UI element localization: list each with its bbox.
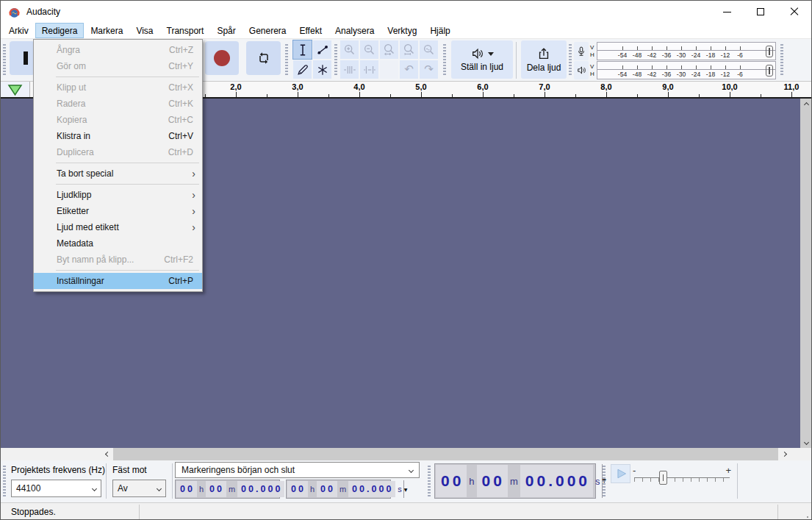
menu-item[interactable]: Metadata	[34, 235, 202, 252]
menubar-item[interactable]: Spår	[210, 23, 242, 38]
selection-tool-button[interactable]	[292, 40, 312, 60]
tools-toolbar	[292, 40, 332, 79]
record-button[interactable]	[205, 41, 239, 75]
menu-item[interactable]: Gör om Ctrl+Y	[34, 58, 202, 74]
project-rate-select[interactable]: 44100	[11, 480, 101, 497]
menu-item[interactable]	[34, 268, 202, 273]
recording-meter-panel[interactable]: -54-48-42-36-30-24-18-12-6	[597, 42, 776, 60]
undo-button[interactable]: ↶	[399, 60, 419, 79]
ruler-tick: 2,0	[205, 82, 267, 97]
zoom-toggle-button[interactable]	[419, 40, 439, 60]
draw-tool-button[interactable]	[292, 60, 312, 79]
zoom-out-button[interactable]	[359, 40, 379, 60]
selection-mode-select[interactable]: Markeringens början och slut	[175, 462, 420, 478]
audio-setup-button[interactable]: Ställ in ljud	[451, 40, 513, 79]
menu-item[interactable]	[34, 160, 202, 165]
share-audio-button[interactable]: Dela ljud	[521, 40, 567, 79]
pause-button[interactable]	[10, 41, 35, 75]
toolbar-grip[interactable]	[3, 44, 6, 76]
menu-item[interactable]	[34, 182, 202, 187]
toolbar-grip[interactable]	[285, 44, 288, 76]
menu-item[interactable]: Kopiera Ctrl+C	[34, 112, 202, 128]
scroll-up-button[interactable]	[800, 99, 812, 110]
toolbar-grip[interactable]	[780, 44, 783, 76]
toolbar-grip[interactable]	[443, 44, 446, 76]
minimize-button[interactable]	[710, 1, 744, 23]
menu-item[interactable]: Ljud med etikett	[34, 219, 202, 235]
ruler-tick: 3,0	[267, 82, 328, 97]
menubar-item[interactable]: Markera	[84, 23, 129, 38]
menubar-item[interactable]: Transport	[160, 23, 211, 38]
menu-item-shortcut: Ctrl+K	[168, 99, 193, 109]
multi-tool-button[interactable]	[312, 60, 332, 79]
redo-icon: ↷	[424, 64, 434, 75]
playback-meter-panel[interactable]: -54-48-42-36-30-24-18-12-6	[597, 61, 776, 79]
redo-button[interactable]: ↷	[419, 60, 439, 79]
menu-item[interactable]: Inställningar Ctrl+P	[34, 273, 202, 289]
play-speed-slider[interactable]: - +	[633, 465, 731, 494]
toolbar-grip[interactable]	[334, 44, 337, 76]
horizontal-scrollbar[interactable]	[1, 448, 811, 460]
toolbar-grip[interactable]	[569, 44, 572, 76]
selection-toolbar: Projektets frekvens (Hz) 44100 Fäst mot …	[1, 460, 811, 502]
slider-ticks	[634, 478, 730, 482]
toolbar-grip[interactable]	[428, 466, 431, 498]
menu-item-label: Byt namn på klipp...	[57, 254, 134, 265]
menu-item[interactable]: Etiketter	[34, 203, 202, 219]
menu-item[interactable]: Radera Ctrl+K	[34, 96, 202, 112]
playback-meter-button[interactable]	[574, 61, 589, 79]
horizontal-scrollbar-track[interactable]	[113, 448, 778, 460]
meter-scale-tick: -12	[718, 43, 733, 60]
timeline-pin-button[interactable]	[1, 82, 30, 97]
menu-item[interactable]: Klistra in Ctrl+V	[34, 128, 202, 144]
statusbar-divider	[777, 505, 778, 520]
recording-meter[interactable]: VH -54-48-42-36-30-24-18-12-6	[574, 42, 776, 60]
ruler-tick: 9,0	[637, 82, 699, 97]
scroll-left-button[interactable]	[101, 448, 113, 460]
slider-handle[interactable]	[659, 471, 667, 485]
menubar-item[interactable]: Verktyg	[381, 23, 423, 38]
dropdown-arrow-icon[interactable]: ▼	[403, 480, 408, 498]
playback-meter[interactable]: VH -54-48-42-36-30-24-18-12-6	[574, 61, 776, 79]
selection-start-field[interactable]: 00h 00m 00.000s ▼	[175, 480, 280, 499]
menu-item[interactable]	[34, 74, 202, 79]
zoom-in-button[interactable]	[339, 40, 359, 60]
record-meter-button[interactable]	[574, 42, 589, 60]
menubar-item[interactable]: Analysera	[328, 23, 381, 38]
trim-audio-icon	[342, 63, 357, 77]
menu-item-label: Duplicera	[57, 147, 94, 157]
scroll-right-button[interactable]	[778, 448, 790, 460]
loop-button[interactable]	[246, 41, 281, 75]
scroll-down-button[interactable]	[800, 436, 812, 448]
menubar-item[interactable]: Visa	[129, 23, 159, 38]
toolbar-grip[interactable]	[603, 466, 606, 498]
envelope-tool-button[interactable]	[312, 40, 332, 60]
menubar-item[interactable]: Arkiv	[2, 23, 35, 38]
menu-item[interactable]: Klipp ut Ctrl+X	[34, 79, 202, 96]
zoom-fit-project-button[interactable]	[399, 40, 419, 60]
audio-position-display[interactable]: 00h 00m 00.000s ▼	[434, 463, 596, 499]
menu-item[interactable]: Ta bort special	[34, 165, 202, 182]
trim-outside-selection-button[interactable]	[339, 60, 359, 79]
toolbar-grip[interactable]	[3, 466, 6, 498]
zoom-selection-button[interactable]	[379, 40, 399, 60]
menu-item[interactable]: Ångra Ctrl+Z	[34, 42, 202, 58]
menubar-item[interactable]: Redigera	[35, 23, 85, 38]
menubar-item[interactable]: Effekt	[293, 23, 328, 38]
menu-item[interactable]: Ljudklipp	[34, 187, 202, 203]
maximize-button[interactable]	[744, 1, 777, 23]
selection-end-field[interactable]: 00h 00m 00.000s ▼	[286, 480, 391, 499]
snap-to-select[interactable]: Av	[112, 480, 166, 497]
multi-tool-icon	[315, 63, 330, 77]
silence-selection-button[interactable]	[359, 60, 379, 79]
resize-grip[interactable]	[807, 516, 808, 518]
menu-item-shortcut: Ctrl+V	[168, 131, 193, 141]
menu-item-label: Ångra	[57, 45, 80, 55]
menubar-item[interactable]: Generera	[242, 23, 293, 38]
close-button[interactable]	[777, 1, 811, 23]
menu-item[interactable]: Duplicera Ctrl+D	[34, 144, 202, 160]
menu-item[interactable]: Byt namn på klipp... Ctrl+F2	[34, 252, 202, 268]
menubar-item[interactable]: Hjälp	[423, 23, 456, 38]
play-at-speed-button[interactable]	[611, 464, 630, 483]
vertical-scrollbar[interactable]	[800, 99, 812, 448]
